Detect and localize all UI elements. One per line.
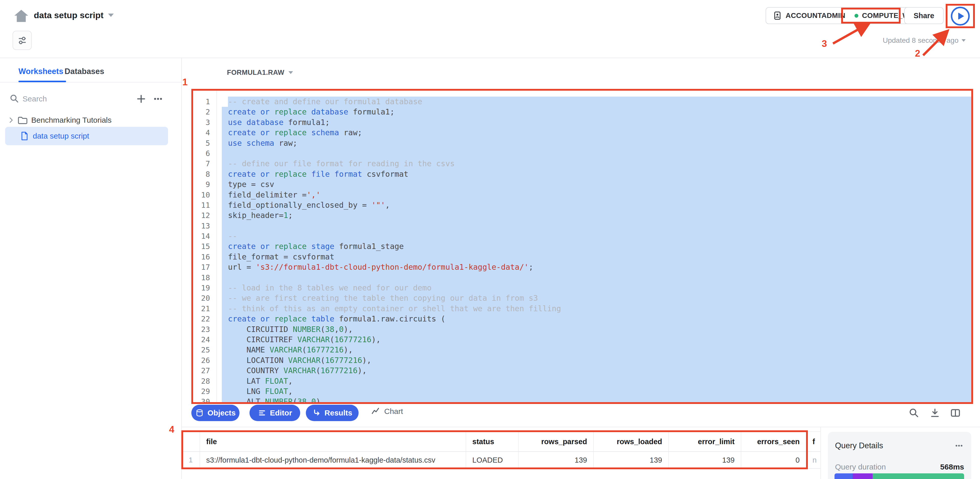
session-context-button[interactable]: ACCOUNTADMIN COMPUTE_WH [765, 7, 922, 24]
panel-divider[interactable] [821, 427, 821, 479]
code-line[interactable]: create or replace stage formula1_stage [222, 241, 972, 251]
code-line[interactable]: file_format = csvformat [222, 252, 972, 262]
code-line[interactable]: field_delimiter =',' [222, 190, 972, 200]
code-line[interactable]: create or replace table formula1.raw.cir… [222, 314, 972, 324]
table-cell[interactable]: 139 [594, 452, 669, 468]
code-line[interactable]: -- we are first creating the table then … [222, 293, 972, 303]
sidebar-search[interactable]: Search [0, 91, 181, 108]
line-number: 19 [191, 283, 216, 293]
table-header-cell[interactable]: rows_loaded [594, 432, 669, 451]
code-line[interactable]: ALT NUMBER(38,0), [222, 396, 972, 404]
code-line[interactable]: LAT FLOAT, [222, 376, 972, 386]
run-button[interactable] [951, 7, 970, 25]
chart-tab[interactable]: Chart [371, 407, 403, 416]
code-line[interactable]: -- think of this as an empty container o… [222, 304, 972, 314]
line-number: 27 [191, 366, 216, 376]
line-number: 13 [191, 221, 216, 231]
code-token: ( [330, 335, 334, 344]
add-worksheet-icon[interactable] [135, 93, 147, 105]
updated-status-menu[interactable]: Updated 8 seconds ago [883, 37, 966, 45]
objects-button[interactable]: Objects [191, 405, 240, 421]
sidebar-item-folder[interactable]: Benchmarking Tutorials [0, 113, 181, 128]
folder-icon [17, 115, 28, 126]
table-cell[interactable]: LOADED [466, 452, 519, 468]
updated-text: Updated 8 seconds ago [883, 37, 958, 45]
split-columns-icon[interactable] [950, 407, 961, 419]
home-icon [13, 8, 30, 25]
chevron-down-icon [962, 39, 966, 42]
code-line[interactable]: -- define our file format for reading in… [222, 159, 972, 169]
schema-context-menu[interactable]: FORMULA1.RAW [227, 68, 293, 76]
home-button[interactable] [13, 8, 30, 25]
tab-worksheets[interactable]: Worksheets [18, 67, 63, 76]
table-header-cell[interactable] [182, 432, 200, 451]
code-line[interactable] [222, 221, 972, 231]
table-row[interactable]: 1s3://formula1-dbt-cloud-python-demo/for… [182, 452, 821, 469]
code-line[interactable]: create or replace file format csvformat [222, 169, 972, 179]
results-table[interactable]: filestatusrows_parsedrows_loadederror_li… [182, 431, 821, 469]
worksheet-doc-icon [19, 131, 29, 141]
table-header-cell[interactable]: file [200, 432, 466, 451]
table-cell[interactable]: s3://formula1-dbt-cloud-python-demo/form… [200, 452, 466, 468]
duration-bar-segment [853, 473, 873, 479]
code-token: or [260, 128, 274, 137]
code-line[interactable]: NAME VARCHAR(16777216), [222, 345, 972, 355]
code-token: create [228, 170, 260, 178]
code-token: -- define our file format for reading in… [228, 159, 455, 168]
search-results-icon[interactable] [908, 407, 920, 419]
table-header-cell[interactable]: errors_seen [741, 432, 807, 451]
results-button[interactable]: Results [306, 405, 359, 421]
code-line[interactable]: LNG FLOAT, [222, 386, 972, 396]
code-token: CIRCUITREF [228, 335, 298, 344]
table-cell[interactable]: n [807, 452, 821, 468]
more-options-icon[interactable] [152, 93, 164, 105]
annotation-label-1: 1 [182, 77, 188, 88]
code-token: or [260, 107, 274, 116]
worksheet-title-menu[interactable]: data setup script [34, 10, 114, 20]
table-header-cell[interactable]: f [807, 432, 821, 451]
code-line[interactable] [222, 272, 972, 283]
editor-button[interactable]: Editor [250, 405, 300, 421]
code-line[interactable]: CIRCUITID NUMBER(38,0), [222, 324, 972, 334]
code-line[interactable]: -- create and define our formula1 databa… [228, 97, 972, 107]
code-token: FLOAT [265, 387, 288, 396]
table-header-cell[interactable]: rows_parsed [519, 432, 594, 451]
code-line[interactable]: use schema raw; [222, 138, 972, 148]
share-button[interactable]: Share [904, 7, 943, 24]
code-token: 16777216 [320, 366, 358, 375]
code-line[interactable]: LOCATION VARCHAR(16777216), [222, 355, 972, 366]
table-cell[interactable]: 1 [182, 452, 200, 468]
code-token: table [311, 314, 339, 323]
query-details-title: Query Details [835, 441, 883, 450]
code-line[interactable]: skip_header=1; [222, 210, 972, 221]
code-line[interactable] [222, 148, 972, 159]
code-line[interactable]: -- [222, 231, 972, 241]
editor-lines-icon [258, 409, 266, 417]
code-line[interactable]: COUNTRY VARCHAR(16777216), [222, 366, 972, 376]
tab-databases[interactable]: Databases [65, 67, 104, 76]
code-line[interactable]: field_optionally_enclosed_by = '"', [222, 200, 972, 210]
table-cell[interactable]: 139 [669, 452, 741, 468]
code-line[interactable]: CIRCUITREF VARCHAR(16777216), [222, 334, 972, 345]
code-token: ( [316, 366, 320, 375]
code-line[interactable]: -- load in the 8 tables we need for our … [222, 283, 972, 293]
table-header-cell[interactable]: error_limit [669, 432, 741, 451]
code-line[interactable]: create or replace schema raw; [222, 127, 972, 138]
table-header-cell[interactable]: status [466, 432, 519, 451]
download-icon[interactable] [929, 407, 940, 419]
table-cell[interactable]: 0 [741, 452, 807, 468]
code-line[interactable]: url = 's3://formula1-dbt-cloud-python-de… [222, 262, 972, 272]
code-token: -- load in the 8 tables we need for our … [228, 283, 431, 292]
table-cell[interactable]: 139 [519, 452, 594, 468]
table-header-row: filestatusrows_parsedrows_loadederror_li… [182, 431, 821, 452]
code-line[interactable]: use database formula1; [222, 117, 972, 127]
code-token: NUMBER [293, 325, 320, 334]
code-line[interactable]: type = csv [222, 179, 972, 189]
sidebar-item-selected-worksheet[interactable]: data setup script [5, 127, 168, 145]
code-token: create [228, 128, 260, 137]
sql-editor[interactable]: -- create and define our formula1 databa… [191, 89, 973, 404]
code-line[interactable]: create or replace database formula1; [222, 107, 972, 117]
sidebar-tabs: Worksheets Databases [0, 58, 181, 83]
query-details-more-icon[interactable] [954, 441, 964, 451]
filters-button[interactable] [13, 31, 32, 50]
